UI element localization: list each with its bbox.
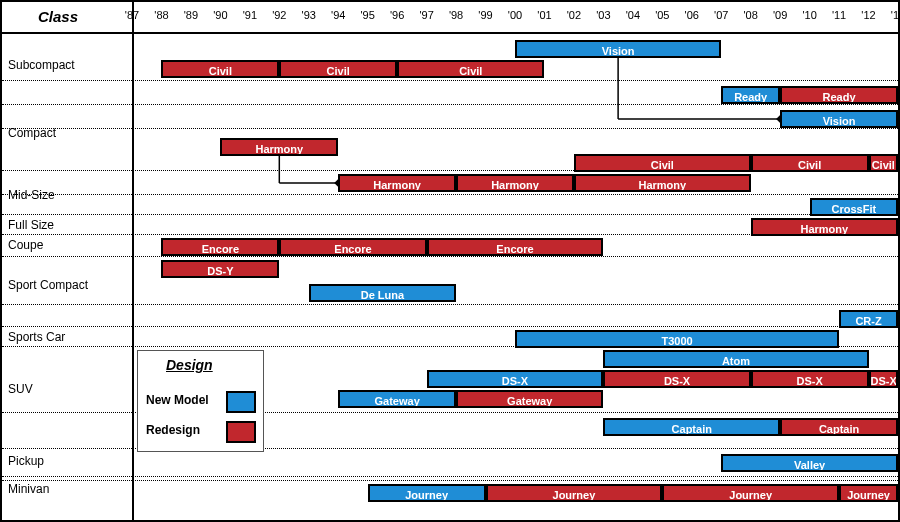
bar-harmony-fs: Harmony [751, 218, 898, 236]
legend-title: Design [166, 357, 213, 373]
row-divider [2, 104, 900, 105]
year-header: '08 [739, 9, 763, 21]
year-header: '02 [562, 9, 586, 21]
bar-dsx-1: DS-X [427, 370, 604, 388]
header-divider-h [2, 32, 898, 34]
row-divider [2, 304, 900, 305]
year-header: '10 [798, 9, 822, 21]
row-divider [2, 194, 900, 195]
bar-encore-3: Encore [427, 238, 604, 256]
year-header: '97 [415, 9, 439, 21]
year-header: '88 [149, 9, 173, 21]
year-header: '89 [179, 9, 203, 21]
year-header: '93 [297, 9, 321, 21]
class-label-suv: SUV [2, 382, 33, 396]
bar-journey-2: Journey [486, 484, 663, 502]
bar-captain-1: Captain [603, 418, 780, 436]
row-divider [2, 214, 900, 215]
bar-civil-d: Civil [574, 154, 751, 172]
row-divider [2, 480, 900, 481]
row-divider [2, 256, 900, 257]
class-header: Class [38, 8, 78, 25]
class-label-minivan: Minivan [2, 482, 49, 496]
year-header: '98 [444, 9, 468, 21]
year-header: '12 [857, 9, 881, 21]
year-header: '06 [680, 9, 704, 21]
bar-valley: Valley [721, 454, 898, 472]
year-header: '05 [650, 9, 674, 21]
year-header: '91 [238, 9, 262, 21]
bar-harmony-m2: Harmony [456, 174, 574, 192]
year-header: '96 [385, 9, 409, 21]
year-header: '09 [768, 9, 792, 21]
bar-harmony-cmp: Harmony [220, 138, 338, 156]
year-header: '90 [208, 9, 232, 21]
bar-ready-1: Ready [721, 86, 780, 104]
bar-dsx-4: DS-X [869, 370, 898, 388]
legend-new-model-label: New Model [146, 393, 209, 407]
year-header: '92 [267, 9, 291, 21]
bar-deluna: De Luna [309, 284, 456, 302]
year-header: '95 [356, 9, 380, 21]
bar-captain-2: Captain [780, 418, 898, 436]
row-divider [2, 326, 900, 327]
year-header: '03 [591, 9, 615, 21]
class-label-sport-compact: Sport Compact [2, 278, 88, 292]
bar-journey-4: Journey [839, 484, 898, 502]
class-label-sports-car: Sports Car [2, 330, 65, 344]
class-label-mid-size: Mid-Size [2, 188, 55, 202]
bar-encore-2: Encore [279, 238, 426, 256]
bar-atom: Atom [603, 350, 868, 368]
bar-vision-1: Vision [515, 40, 721, 58]
year-header: '07 [709, 9, 733, 21]
row-divider [2, 128, 900, 129]
year-header: '13 [886, 9, 900, 21]
bar-harmony-m1: Harmony [338, 174, 456, 192]
bar-ready-2: Ready [780, 86, 898, 104]
legend-new-model-swatch [226, 391, 256, 413]
bar-civil-a: Civil [161, 60, 279, 78]
class-label-compact: Compact [2, 126, 56, 140]
class-label-full-size: Full Size [2, 218, 54, 232]
legend-redesign-swatch [226, 421, 256, 443]
year-header: '11 [827, 9, 851, 21]
class-label-subcompact: Subcompact [2, 58, 75, 72]
bar-dsx-3: DS-X [751, 370, 869, 388]
timeline-chart: Class '87'88'89'90'91'92'93'94'95'96'97'… [0, 0, 900, 522]
bar-vision-2: Vision [780, 110, 898, 128]
row-divider [2, 476, 900, 477]
row-divider [2, 80, 900, 81]
year-header: '01 [532, 9, 556, 21]
legend-redesign-label: Redesign [146, 423, 200, 437]
class-label-pickup: Pickup [2, 454, 44, 468]
legend-box: Design New Model Redesign [137, 350, 264, 452]
bar-crossfit: CrossFit [810, 198, 898, 216]
class-label-coupe: Coupe [2, 238, 43, 252]
bar-harmony-m3: Harmony [574, 174, 751, 192]
year-header: '00 [503, 9, 527, 21]
bar-t3000: T3000 [515, 330, 839, 348]
year-header: '87 [120, 9, 144, 21]
bar-journey-3: Journey [662, 484, 839, 502]
bar-journey-1: Journey [368, 484, 486, 502]
bar-dsx-2: DS-X [603, 370, 750, 388]
year-header: '99 [474, 9, 498, 21]
year-header: '04 [621, 9, 645, 21]
bar-civil-b: Civil [279, 60, 397, 78]
bar-gateway-2: Gateway [456, 390, 603, 408]
bar-encore-1: Encore [161, 238, 279, 256]
bar-civil-c: Civil [397, 60, 544, 78]
bar-gateway-1: Gateway [338, 390, 456, 408]
year-header: '94 [326, 9, 350, 21]
bar-crz: CR-Z [839, 310, 898, 328]
bar-civil-f: Civil [869, 154, 898, 172]
bar-dsy: DS-Y [161, 260, 279, 278]
bar-civil-e: Civil [751, 154, 869, 172]
